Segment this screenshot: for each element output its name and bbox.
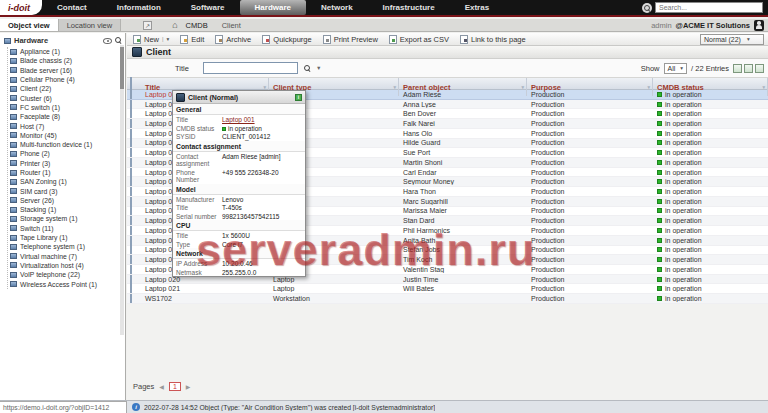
sidebar-item-storage-system[interactable]: Storage system (1): [10, 214, 125, 223]
sidebar-root-label[interactable]: Hardware: [14, 36, 48, 45]
row-checkbox[interactable]: [130, 168, 132, 177]
sidebar-item-blade-chassis[interactable]: Blade chassis (2): [10, 56, 125, 65]
row-checkbox[interactable]: [130, 255, 132, 264]
sidebar-item-virtualization-host[interactable]: Virtualization host (4): [10, 261, 125, 270]
row-checkbox[interactable]: [130, 197, 132, 206]
sidebar-item-virtual-machine[interactable]: Virtual machine (7): [10, 252, 125, 261]
new-button[interactable]: New|▾: [133, 35, 169, 44]
edit-button[interactable]: Edit: [180, 35, 204, 44]
sidebar-item-cluster[interactable]: Cluster (6): [10, 93, 125, 102]
search-icon[interactable]: [642, 3, 652, 13]
popup-info-icon[interactable]: i: [295, 94, 302, 101]
sidebar-item-client[interactable]: Client (22): [10, 84, 125, 93]
xls-file-icon[interactable]: [744, 64, 753, 73]
row-checkbox[interactable]: [130, 100, 132, 109]
menu-item-hardware[interactable]: Hardware: [240, 0, 306, 15]
title-filter-input[interactable]: [203, 62, 298, 74]
row-checkbox[interactable]: [130, 129, 132, 138]
breadcrumb-client[interactable]: Client: [222, 21, 241, 30]
row-checkbox[interactable]: [130, 119, 132, 128]
row-checkbox[interactable]: [130, 148, 132, 157]
sidebar-item-server[interactable]: Server (26): [10, 196, 125, 205]
row-checkbox[interactable]: [130, 138, 132, 147]
row-checkbox[interactable]: [130, 216, 132, 225]
popup-field-value[interactable]: Laptop 001: [222, 116, 302, 124]
sidebar-search-icon[interactable]: [115, 37, 122, 44]
csv-file-icon[interactable]: [733, 64, 742, 73]
tab-location-view[interactable]: Location view: [59, 19, 121, 31]
menu-item-extras[interactable]: Extras: [450, 0, 504, 15]
category-icon: [10, 188, 17, 194]
row-checkbox[interactable]: [130, 177, 132, 186]
sidebar-item-router[interactable]: Router (1): [10, 168, 125, 177]
prev-page-icon[interactable]: ◀: [159, 383, 164, 390]
eye-icon[interactable]: [103, 38, 112, 44]
menu-item-contact[interactable]: Contact: [42, 0, 102, 15]
next-page-icon[interactable]: ▶: [186, 383, 191, 390]
row-checkbox[interactable]: [130, 245, 132, 254]
sidebar-item-blade-server[interactable]: Blade server (16): [10, 66, 125, 75]
quickpurge-button[interactable]: Quickpurge: [262, 35, 311, 44]
sidebar-item-switch[interactable]: Switch (11): [10, 224, 125, 233]
scrollbar-thumb[interactable]: [120, 47, 124, 89]
sidebar-item-san-zoning[interactable]: SAN Zoning (1): [10, 177, 125, 186]
sidebar-item-multi-function-device[interactable]: Multi-function device (1): [10, 140, 125, 149]
sidebar-item-tape-library[interactable]: Tape Library (1): [10, 233, 125, 242]
object-title-link[interactable]: Laptop 021: [145, 285, 180, 292]
filter-options-arrow[interactable]: ▼: [316, 65, 321, 71]
collapse-panel-icon[interactable]: ↗: [143, 21, 152, 30]
sidebar-item-stacking[interactable]: Stacking (1): [10, 205, 125, 214]
pdf-file-icon[interactable]: [755, 64, 764, 73]
sidebar-item-fc-switch[interactable]: FC switch (1): [10, 103, 125, 112]
row-checkbox[interactable]: [130, 90, 132, 99]
user-profile-icon[interactable]: [754, 20, 764, 31]
sort-icon[interactable]: ▾: [762, 84, 765, 90]
sidebar-item-printer[interactable]: Printer (3): [10, 159, 125, 168]
table-row[interactable]: Laptop 021LaptopWill BatesProductionin o…: [127, 284, 768, 294]
sidebar-item-host[interactable]: Host (7): [10, 121, 125, 130]
sidebar-item-phone[interactable]: Phone (2): [10, 149, 125, 158]
row-checkbox[interactable]: [130, 284, 132, 293]
home-icon[interactable]: ⌂: [172, 20, 177, 30]
row-checkbox[interactable]: [130, 158, 132, 167]
menu-item-software[interactable]: Software: [176, 0, 240, 15]
row-checkbox[interactable]: [130, 236, 132, 245]
print-preview-button[interactable]: Print Preview: [323, 35, 378, 44]
menu-item-information[interactable]: Information: [102, 0, 176, 15]
row-checkbox[interactable]: [130, 206, 132, 215]
breadcrumb-cmdb[interactable]: CMDB: [186, 21, 208, 30]
sort-icon[interactable]: ▾: [521, 84, 524, 90]
link-to-this-page-button[interactable]: Link to this page: [460, 35, 526, 44]
row-checkbox[interactable]: [130, 294, 132, 303]
row-checkbox[interactable]: [130, 109, 132, 118]
sort-icon[interactable]: ▾: [393, 84, 396, 90]
sidebar-item-monitor[interactable]: Monitor (45): [10, 131, 125, 140]
sidebar-item-telephone-system[interactable]: Telephone system (1): [10, 242, 125, 251]
sidebar-item-voip-telephone[interactable]: VoIP telephone (22): [10, 270, 125, 279]
archive-button[interactable]: Archive: [215, 35, 251, 44]
sort-icon[interactable]: ▾: [647, 84, 650, 90]
export-as-csv-button[interactable]: Export as CSV: [389, 35, 449, 44]
tab-object-view[interactable]: Object view: [0, 19, 59, 31]
filter-search-icon[interactable]: [304, 65, 311, 72]
new-dropdown-arrow[interactable]: ▾: [167, 36, 170, 42]
sidebar-item-cellular-phone[interactable]: Cellular Phone (4): [10, 75, 125, 84]
menu-item-network[interactable]: Network: [306, 0, 368, 15]
object-title-link[interactable]: WS1702: [145, 295, 172, 302]
sidebar-item-faceplate[interactable]: Faceplate (8): [10, 112, 125, 121]
row-checkbox[interactable]: [130, 187, 132, 196]
row-checkbox[interactable]: [130, 265, 132, 274]
page-number[interactable]: 1: [169, 382, 181, 391]
row-checkbox[interactable]: [130, 226, 132, 235]
sidebar-item-wireless-access-point[interactable]: Wireless Access Point (1): [10, 279, 125, 288]
sidebar-scrollbar[interactable]: [120, 45, 124, 335]
row-checkbox[interactable]: [130, 275, 132, 284]
search-input[interactable]: [655, 2, 763, 13]
sidebar-item-sim-card[interactable]: SIM card (3): [10, 186, 125, 195]
sidebar-item-appliance[interactable]: Appliance (1): [10, 47, 125, 56]
table-row[interactable]: WS1702WorkstationProductionin operation: [127, 294, 768, 304]
idoit-logo[interactable]: i-doit: [0, 0, 42, 15]
view-mode-select[interactable]: Normal (22)▾: [700, 34, 764, 45]
menu-item-infrastructure[interactable]: Infrastructure: [368, 0, 450, 15]
show-select[interactable]: All▾: [664, 63, 688, 74]
